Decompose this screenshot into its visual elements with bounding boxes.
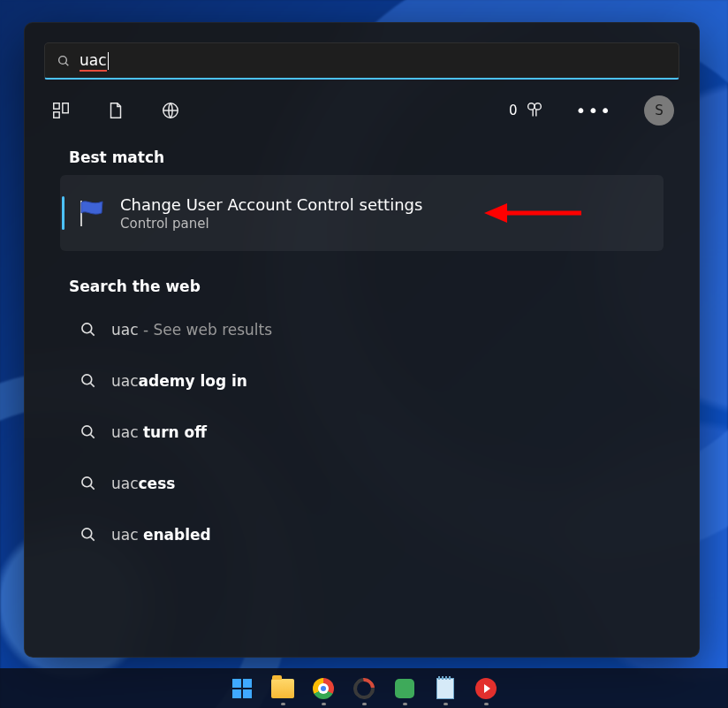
web-suggestion-item[interactable]: uacademy log in	[44, 355, 679, 407]
search-icon	[80, 321, 97, 339]
file-explorer-icon[interactable]	[269, 675, 296, 702]
svg-line-18	[91, 486, 95, 490]
web-suggestion-item[interactable]: uaccess	[44, 458, 679, 509]
search-input-container[interactable]: uac	[44, 42, 679, 80]
media-app-icon[interactable]	[473, 675, 499, 702]
svg-line-14	[91, 384, 95, 387]
svg-point-11	[82, 324, 92, 333]
search-query-text: uac	[80, 51, 109, 70]
svg-line-16	[91, 435, 95, 438]
chat-app-icon[interactable]	[391, 675, 418, 702]
annotation-arrow-icon	[484, 200, 581, 226]
svg-line-12	[91, 332, 95, 336]
svg-point-0	[59, 56, 67, 64]
filter-row: 0 ••• S	[44, 85, 679, 136]
rewards-indicator[interactable]: 0	[509, 101, 544, 120]
svg-rect-2	[54, 103, 59, 109]
search-icon	[80, 475, 97, 492]
notepad-icon[interactable]	[432, 675, 459, 702]
start-button[interactable]	[229, 675, 255, 702]
search-web-heading: Search the web	[44, 255, 679, 304]
start-search-panel: uac 0 ••• S Best match	[24, 22, 700, 658]
svg-line-20	[91, 537, 95, 541]
svg-point-17	[82, 477, 92, 487]
svg-marker-10	[484, 203, 507, 223]
more-options-icon[interactable]: •••	[576, 100, 612, 121]
loader-app-icon[interactable]	[351, 675, 377, 702]
svg-rect-4	[63, 103, 68, 113]
user-avatar[interactable]: S	[644, 95, 674, 126]
svg-point-13	[82, 375, 92, 384]
search-icon	[80, 372, 97, 390]
svg-rect-3	[54, 112, 59, 118]
web-suggestion-item[interactable]: uac - See web results	[44, 304, 679, 355]
best-match-result[interactable]: Change User Account Control settings Con…	[60, 175, 664, 251]
search-icon	[80, 423, 97, 441]
svg-point-7	[535, 103, 541, 110]
svg-point-6	[527, 103, 534, 110]
best-match-heading: Best match	[44, 136, 679, 175]
svg-point-15	[82, 426, 92, 436]
control-panel-flag-icon	[76, 197, 108, 229]
web-filter-icon[interactable]	[159, 99, 182, 122]
svg-line-1	[65, 63, 68, 65]
best-match-subtitle: Control panel	[120, 216, 422, 232]
chrome-icon[interactable]	[310, 675, 337, 702]
web-suggestion-item[interactable]: uac turn off	[44, 407, 679, 458]
svg-point-19	[82, 529, 92, 538]
search-icon	[80, 526, 97, 544]
best-match-title: Change User Account Control settings	[120, 195, 422, 214]
documents-filter-icon[interactable]	[104, 99, 127, 122]
web-suggestion-item[interactable]: uac enabled	[44, 509, 679, 560]
taskbar	[0, 668, 728, 708]
apps-filter-icon[interactable]	[49, 99, 72, 122]
web-suggestions-list: uac - See web results uacademy log in ua…	[44, 304, 679, 560]
search-icon	[57, 54, 71, 68]
